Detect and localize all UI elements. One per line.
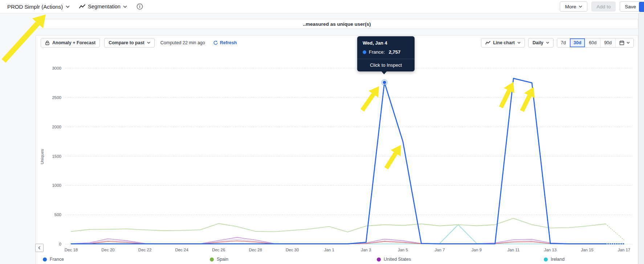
legend-dot-icon xyxy=(210,257,214,261)
anomaly-forecast-button[interactable]: Anomaly + Forecast xyxy=(41,38,100,48)
range-30d[interactable]: 30d xyxy=(570,38,585,47)
add-to-label: Add to xyxy=(596,4,611,9)
collapse-panel-button[interactable] xyxy=(35,244,44,252)
measured-note: ..measured as unique user(s) xyxy=(303,21,371,27)
chart-card xyxy=(36,35,638,264)
chevron-down-icon xyxy=(123,5,127,8)
chart-controls-row: Anomaly + Forecast Compare to past Compu… xyxy=(41,38,634,48)
tooltip-inspect-action[interactable]: Click to Inspect xyxy=(357,59,415,71)
segmentation-label: Segmentation xyxy=(88,4,120,9)
refresh-label: Refresh xyxy=(220,40,237,45)
lock-icon xyxy=(45,40,50,45)
measured-note-card: ..measured as unique user(s) xyxy=(36,19,638,29)
tooltip-value: 2,757 xyxy=(389,49,401,55)
chart-type-dropdown[interactable]: Line chart xyxy=(481,38,525,48)
calendar-icon xyxy=(619,40,624,45)
range-90d[interactable]: 90d xyxy=(600,38,615,47)
chart-view-controls: Line chart Daily 7d30d60d90d xyxy=(481,38,634,48)
series-dot-icon xyxy=(363,50,366,54)
chevron-down-icon xyxy=(627,42,630,44)
primary-action-button-clipped[interactable] xyxy=(639,2,644,12)
legend-item-united-states[interactable]: United States xyxy=(377,257,411,262)
chart-title: PROD Simplr (Actions) xyxy=(7,4,63,10)
anomaly-forecast-label: Anomaly + Forecast xyxy=(52,40,95,45)
more-button[interactable]: More xyxy=(560,1,587,12)
toolbar-right-group: More Add to Save xyxy=(560,1,641,12)
info-icon[interactable] xyxy=(136,3,143,10)
calendar-dropdown[interactable] xyxy=(615,38,633,47)
computed-timestamp: Computed 22 min ago xyxy=(160,40,205,45)
tooltip-date: Wed, Jan 4 xyxy=(357,40,415,46)
refresh-link[interactable]: Refresh xyxy=(213,40,237,45)
legend-label: Ireland xyxy=(551,257,564,262)
chevron-down-icon xyxy=(579,5,582,8)
legend-dot-icon xyxy=(43,257,47,261)
date-range-group: 7d30d60d90d xyxy=(557,38,634,48)
chevron-left-icon xyxy=(38,246,41,250)
legend-item-spain[interactable]: Spain xyxy=(210,257,228,262)
chart-type-label: Line chart xyxy=(493,40,515,45)
chart-tooltip: Wed, Jan 4 France: 2,757 Click to Inspec… xyxy=(357,36,415,71)
legend-item-ireland[interactable]: Ireland xyxy=(544,257,564,262)
chevron-down-icon xyxy=(517,42,521,44)
top-toolbar: PROD Simplr (Actions) Segmentation M xyxy=(0,0,644,13)
more-label: More xyxy=(565,4,576,9)
tooltip-series-label: France: xyxy=(369,49,386,55)
line-chart-icon xyxy=(485,41,490,45)
granularity-label: Daily xyxy=(533,40,543,45)
legend-dot-icon xyxy=(377,257,381,261)
chevron-down-icon xyxy=(546,42,549,44)
legend-label: France xyxy=(50,257,64,262)
tooltip-series-row: France: 2,757 xyxy=(357,46,415,59)
chart-title-dropdown[interactable]: PROD Simplr (Actions) xyxy=(7,4,70,10)
chart-legend: FranceSpainUnited StatesIreland xyxy=(0,255,644,264)
line-chart-icon xyxy=(79,4,85,9)
legend-dot-icon xyxy=(544,257,548,261)
range-7d[interactable]: 7d xyxy=(557,38,570,47)
app-window: PROD Simplr (Actions) Segmentation M xyxy=(0,0,644,264)
compare-label: Compare to past xyxy=(109,40,144,45)
granularity-dropdown[interactable]: Daily xyxy=(528,38,554,48)
toolbar-left-group: PROD Simplr (Actions) Segmentation xyxy=(7,3,143,10)
chevron-down-icon xyxy=(66,5,70,8)
segmentation-dropdown[interactable]: Segmentation xyxy=(79,4,127,9)
chevron-down-icon xyxy=(147,42,150,44)
legend-label: United States xyxy=(384,257,411,262)
compare-to-past-dropdown[interactable]: Compare to past xyxy=(104,38,155,48)
refresh-icon xyxy=(213,40,218,45)
legend-item-france[interactable]: France xyxy=(43,257,64,262)
right-gutter xyxy=(638,13,644,264)
add-to-button[interactable]: Add to xyxy=(591,1,616,12)
save-label: Save xyxy=(625,4,636,9)
legend-label: Spain xyxy=(217,257,228,262)
range-60d[interactable]: 60d xyxy=(585,38,600,47)
save-button[interactable]: Save xyxy=(620,1,641,12)
